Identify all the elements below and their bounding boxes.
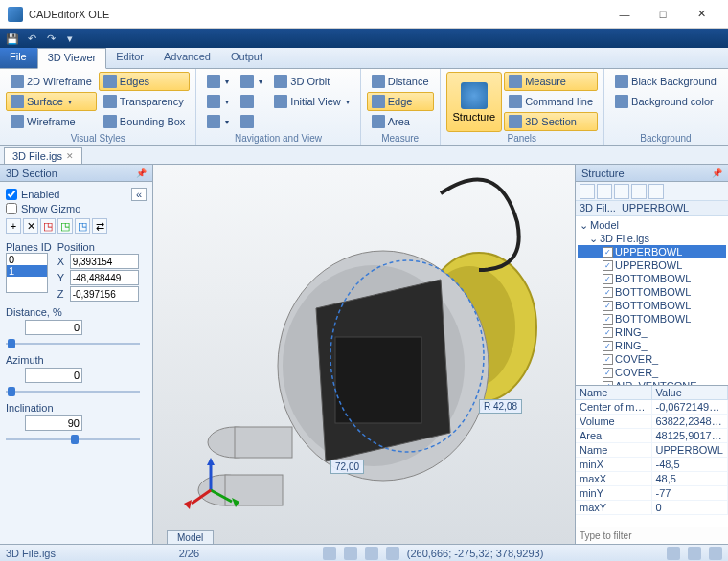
btn-3d-section-panel[interactable]: 3D Section [504, 112, 598, 131]
btn-3d-orbit[interactable]: 3D Orbit [269, 72, 353, 91]
struct-tool-3-icon[interactable] [614, 184, 629, 199]
filter-box[interactable] [576, 527, 728, 544]
btn-initial-view[interactable]: Initial View▾ [269, 92, 353, 111]
tree-item[interactable]: ✓ UPPERBOWL [578, 258, 726, 272]
btn-nav-1[interactable]: ▾ [202, 72, 234, 91]
btn-edges[interactable]: Edges [99, 72, 191, 91]
slider-inclination[interactable] [6, 435, 140, 444]
input-azimuth[interactable] [25, 368, 82, 383]
tree-item[interactable]: ✓ BOTTOMBOWL [578, 299, 726, 312]
qat-dropdown-icon[interactable]: ▾ [61, 31, 79, 46]
struct-tool-5-icon[interactable] [648, 184, 664, 199]
btn-zoom-window[interactable] [236, 92, 267, 111]
btn-view-cube[interactable] [236, 112, 267, 131]
pin-icon[interactable]: 📌 [712, 168, 722, 178]
tab-advanced[interactable]: Advanced [154, 48, 221, 68]
prop-row[interactable]: maxX48,5 [576, 472, 728, 486]
btn-surface[interactable]: Surface▾ [6, 92, 97, 111]
close-tab-icon[interactable]: ✕ [66, 151, 74, 161]
input-inclination[interactable] [25, 415, 82, 431]
btn-zoom-in[interactable]: ▾ [236, 72, 267, 91]
collapse-icon[interactable]: « [131, 188, 147, 201]
tree-item-selected[interactable]: ✓ UPPERBOWL [578, 245, 726, 258]
tree-item[interactable]: ✓ BOTTOMBOWL [578, 312, 726, 325]
prop-row[interactable]: maxY0 [576, 501, 728, 515]
btn-nav-2[interactable]: ▾ [202, 92, 234, 111]
prop-row[interactable]: minY-77 [576, 486, 728, 501]
structure-toolbar [576, 182, 728, 201]
props-col-name[interactable]: Name [576, 386, 652, 399]
pin-icon[interactable]: 📌 [136, 168, 147, 178]
btn-transparency[interactable]: Transparency [99, 92, 191, 111]
tree-item[interactable]: ✓ RING_ [578, 325, 726, 339]
prop-row[interactable]: NameUPPERBOWL [576, 443, 728, 458]
btn-background-color[interactable]: Background color [610, 92, 721, 111]
document-tab[interactable]: 3D File.igs ✕ [4, 147, 82, 164]
input-x[interactable] [70, 254, 139, 269]
btn-nav-3[interactable]: ▾ [202, 112, 234, 131]
btn-distance[interactable]: Distance [367, 72, 434, 91]
status-icon-1[interactable] [323, 547, 336, 560]
qat-undo-icon[interactable]: ↶ [23, 31, 40, 46]
props-col-value[interactable]: Value [652, 386, 729, 399]
viewport-3d[interactable]: R 42,08 72,00 Model [153, 165, 575, 544]
tree-item[interactable]: ✓ BOTTOMBOWL [578, 272, 726, 285]
viewport-tab-model[interactable]: Model [167, 530, 214, 544]
tool-flip-icon[interactable]: ⇄ [92, 218, 107, 234]
tool-add-plane-icon[interactable]: + [6, 218, 21, 234]
input-y[interactable] [70, 270, 139, 285]
tool-xy-plane-icon[interactable]: ◳ [40, 218, 56, 234]
tab-3d-viewer[interactable]: 3D Viewer [37, 48, 107, 69]
structure-breadcrumb[interactable]: 3D Fil...UPPERBOWL [576, 201, 728, 216]
status-icon-3[interactable] [365, 547, 378, 560]
status-icon-2[interactable] [344, 547, 357, 560]
plane-row-1[interactable]: 1 [7, 265, 47, 277]
plane-row-0[interactable]: 0 [7, 254, 47, 265]
tree-item[interactable]: ✓ BOTTOMBOWL [578, 285, 726, 299]
tab-editor[interactable]: Editor [106, 48, 154, 68]
struct-tool-1-icon[interactable] [580, 184, 595, 199]
structure-tree[interactable]: ⌄ Model ⌄ 3D File.igs ✓ UPPERBOWL ✓ UPPE… [576, 216, 728, 385]
btn-edge[interactable]: Edge [367, 92, 434, 111]
tree-item[interactable]: ✓ COVER_ [578, 352, 726, 366]
maximize-button[interactable]: □ [644, 1, 682, 28]
minimize-button[interactable]: — [605, 1, 644, 28]
checkbox-enabled[interactable]: Enabled « [6, 188, 147, 201]
tree-item[interactable]: ✓ COVER_ [578, 366, 726, 379]
slider-azimuth[interactable] [6, 387, 140, 396]
btn-wireframe[interactable]: Wireframe [6, 112, 97, 131]
struct-tool-4-icon[interactable] [631, 184, 647, 199]
btn-area[interactable]: Area [367, 112, 434, 131]
qat-save-icon[interactable]: 💾 [4, 31, 21, 46]
tool-yz-plane-icon[interactable]: ◳ [75, 218, 90, 234]
prop-row[interactable]: minX-48,5 [576, 458, 728, 472]
input-z[interactable] [70, 286, 139, 302]
btn-structure-panel[interactable]: Structure [446, 72, 503, 132]
input-distance[interactable] [25, 320, 82, 335]
planes-list[interactable]: 0 1 [6, 253, 48, 293]
tab-output[interactable]: Output [221, 48, 273, 68]
tab-file[interactable]: File [0, 48, 37, 68]
prop-row[interactable]: Center of mass-0,067214975... [576, 400, 728, 415]
filter-input[interactable] [576, 527, 728, 544]
status-icon-4[interactable] [386, 547, 399, 560]
qat-redo-icon[interactable]: ↷ [42, 31, 59, 46]
slider-distance[interactable] [6, 339, 140, 348]
struct-tool-2-icon[interactable] [597, 184, 612, 199]
status-file: 3D File.igs [6, 548, 56, 559]
btn-command-line[interactable]: Command line [504, 92, 598, 111]
tool-remove-plane-icon[interactable]: ✕ [23, 218, 38, 234]
status-icon-7[interactable] [709, 547, 722, 560]
prop-row[interactable]: Volume63822,234894... [576, 415, 728, 429]
tree-item[interactable]: ✓ RING_ [578, 339, 726, 352]
checkbox-show-gizmo[interactable]: Show Gizmo [6, 203, 147, 214]
btn-bounding-box[interactable]: Bounding Box [99, 112, 191, 131]
status-icon-5[interactable] [667, 547, 680, 560]
btn-black-background[interactable]: Black Background [610, 72, 721, 91]
btn-measure-panel[interactable]: Measure [504, 72, 598, 91]
prop-row[interactable]: Area48125,901789... [576, 429, 728, 443]
tool-xz-plane-icon[interactable]: ◳ [57, 218, 73, 234]
btn-2d-wireframe[interactable]: 2D Wireframe [6, 72, 97, 91]
status-icon-6[interactable] [688, 547, 701, 560]
close-button[interactable]: ✕ [682, 1, 720, 28]
